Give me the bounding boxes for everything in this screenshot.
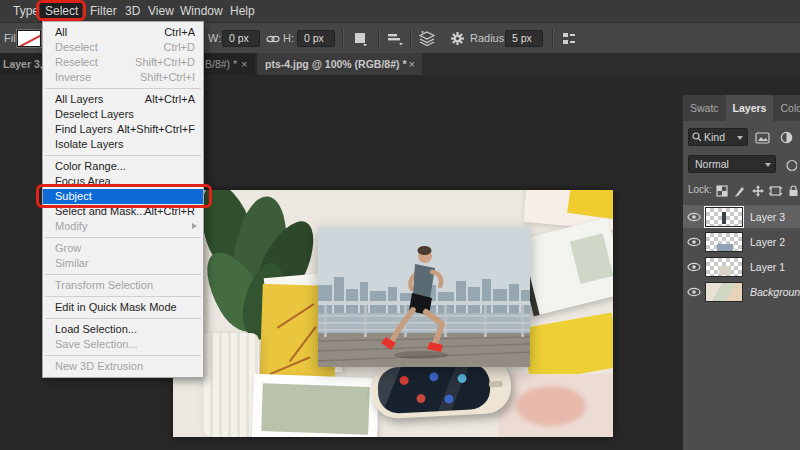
tab-layers[interactable]: Layers [726, 95, 774, 121]
submenu-arrow-icon [192, 223, 197, 229]
adjustment-layer-filter-icon[interactable] [779, 130, 794, 145]
menu-item-isolate-layers[interactable]: Isolate Layers [43, 137, 203, 152]
menu-filter[interactable]: Filter [90, 0, 117, 22]
pixel-layer-filter-icon[interactable] [755, 130, 770, 145]
yellow-sheet-right [521, 312, 613, 382]
radius-input[interactable]: 5 px [505, 30, 543, 47]
options-separator [552, 28, 553, 49]
menu-view[interactable]: View [148, 0, 174, 22]
menu-separator [45, 274, 201, 275]
menu-item-subject[interactable]: Subject [43, 189, 203, 204]
picture-frame [252, 374, 379, 437]
options-separator [342, 28, 343, 49]
shortcut: Alt+Ctrl+A [145, 92, 195, 107]
no-fill-swatch[interactable] [17, 30, 41, 47]
shortcut: Alt+Shift+Ctrl+F [117, 122, 195, 137]
shortcut: Ctrl+A [164, 25, 195, 40]
layer-row-layer1[interactable]: Layer 1 [683, 255, 800, 278]
layer-name[interactable]: Background [743, 286, 800, 298]
blend-mode-value: Normal [695, 156, 729, 172]
chevron-down-icon [737, 136, 743, 140]
gear-icon[interactable] [448, 30, 466, 47]
link-dimensions-icon[interactable] [264, 30, 282, 47]
document-canvas[interactable] [173, 190, 613, 437]
lock-paint-icon[interactable] [732, 183, 747, 198]
blend-mode-select[interactable]: Normal [688, 155, 776, 173]
layer-thumbnail[interactable] [705, 232, 743, 252]
width-input[interactable]: 0 px [222, 30, 260, 47]
lock-position-icon[interactable] [750, 183, 765, 198]
doc-tab-title: pts-4.jpg @ 100% (RGB/8#) * [265, 53, 407, 75]
running-man-photo-layer [318, 227, 530, 367]
shape-mode-icon[interactable] [352, 30, 370, 47]
photo-print [498, 374, 613, 437]
menu-item-all-layers[interactable]: All LayersAlt+Ctrl+A [43, 92, 203, 107]
menu-item-deselect: DeselectCtrl+D [43, 40, 203, 55]
filter-value: Kind [704, 129, 725, 145]
width-label: W: [208, 23, 221, 54]
layer-name[interactable]: Layer 3 [743, 211, 785, 223]
path-alignment-icon[interactable] [386, 30, 404, 47]
menu-separator [45, 355, 201, 356]
path-arrangement-icon[interactable] [418, 30, 436, 47]
panel-tab-bar: Swatc Layers Color Pre [683, 95, 800, 121]
menu-item-focus-area[interactable]: Focus Area... [43, 174, 203, 189]
menu-item-inverse: InverseShift+Ctrl+I [43, 70, 203, 85]
menu-item-color-range[interactable]: Color Range... [43, 159, 203, 174]
menu-item-transform-selection: Transform Selection [43, 278, 203, 293]
layer-name[interactable]: Layer 2 [743, 236, 785, 248]
visibility-eye-icon[interactable] [683, 287, 705, 297]
chevron-down-icon [765, 163, 771, 167]
layer-name[interactable]: Layer 1 [743, 261, 785, 273]
menu-item-save-selection: Save Selection... [43, 337, 203, 352]
layer-thumbnail[interactable] [705, 207, 743, 227]
layer-filter-select[interactable]: Kind [688, 128, 748, 146]
menu-separator [45, 237, 201, 238]
menu-item-reselect: ReselectShift+Ctrl+D [43, 55, 203, 70]
close-icon[interactable]: × [241, 53, 247, 75]
menu-item-all[interactable]: AllCtrl+A [43, 25, 203, 40]
menu-type[interactable]: Type [13, 0, 39, 22]
layer-thumbnail[interactable] [705, 257, 743, 277]
tab-color[interactable]: Color [773, 95, 800, 121]
visibility-eye-icon[interactable] [683, 212, 705, 222]
shortcut: Shift+Ctrl+D [135, 55, 195, 70]
blend-mode-row: Normal [683, 155, 800, 175]
menu-item-edit-quick-mask[interactable]: Edit in Quick Mask Mode [43, 300, 203, 315]
tab-swatches[interactable]: Swatc [683, 95, 726, 121]
shortcut: Shift+Ctrl+I [140, 70, 195, 85]
menu-item-find-layers[interactable]: Find LayersAlt+Shift+Ctrl+F [43, 122, 203, 137]
layer-thumbnail[interactable] [705, 282, 743, 302]
menu-select[interactable]: Select [45, 0, 78, 22]
opacity-icon [783, 158, 798, 173]
height-input[interactable]: 0 px [297, 30, 335, 47]
menu-window[interactable]: Window [180, 0, 223, 22]
layer-row-layer2[interactable]: Layer 2 [683, 230, 800, 253]
menu-separator [45, 88, 201, 89]
menu-3d[interactable]: 3D [125, 0, 140, 22]
layer-row-layer3[interactable]: Layer 3 [683, 205, 800, 228]
running-man-illustration [318, 227, 530, 367]
menu-item-select-and-mask[interactable]: Select and Mask...Alt+Ctrl+R [43, 204, 203, 219]
lock-row: Lock: [683, 182, 800, 200]
lock-label: Lock: [688, 184, 712, 195]
layer-row-background[interactable]: Background [683, 280, 800, 303]
lock-transparent-icon[interactable] [714, 183, 729, 198]
layer-filter-row: Kind [683, 128, 800, 148]
document-tab-active[interactable]: pts-4.jpg @ 100% (RGB/8#) * × [257, 53, 422, 75]
menu-bar: Type Select Filter 3D View Window Help [0, 0, 800, 22]
lock-artboard-icon[interactable] [768, 183, 783, 198]
radius-label: Radius: [470, 23, 507, 54]
options-separator [410, 28, 411, 49]
visibility-eye-icon[interactable] [683, 262, 705, 272]
menu-item-deselect-layers[interactable]: Deselect Layers [43, 107, 203, 122]
close-icon[interactable]: × [409, 53, 415, 75]
white-vase [201, 333, 259, 437]
menu-help[interactable]: Help [230, 0, 255, 22]
menu-item-load-selection[interactable]: Load Selection... [43, 322, 203, 337]
lock-all-icon[interactable] [786, 183, 800, 198]
visibility-eye-icon[interactable] [683, 237, 705, 247]
menu-item-similar: Similar [43, 256, 203, 271]
menu-item-new-3d-extrusion: New 3D Extrusion [43, 359, 203, 374]
align-edges-icon[interactable] [560, 30, 578, 47]
